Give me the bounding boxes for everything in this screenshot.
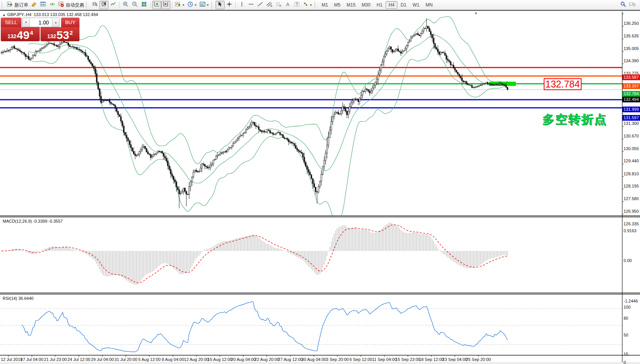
price-tick-130.055: 130.055	[624, 146, 639, 151]
chart-shift-marker[interactable]: ▼	[474, 11, 478, 15]
volume-spinner: ▼ ▲	[22, 18, 60, 27]
date-label: 11 Sep 04:00	[372, 357, 397, 362]
one-click-trading-panel: SELL ▼ ▲ BUY 132 49 4 132 53 2	[1, 18, 79, 41]
price-tick-128.810: 128.810	[624, 171, 639, 176]
date-label: 17 Jul 04:00	[21, 357, 44, 362]
buy-price-sup: 2	[70, 29, 73, 36]
volume-increase-button[interactable]: ▲	[52, 18, 59, 27]
rsi-tick-50: 50	[624, 333, 628, 337]
symbol-name: GBPJPY-,H4	[7, 12, 31, 17]
date-label: 30 Aug 04:00	[301, 357, 326, 362]
price-tick-127.580: 127.580	[624, 196, 639, 201]
rsi-indicator-label: RSI(14) 36.6440	[3, 296, 34, 301]
date-label: 15 Aug 12:00	[207, 357, 232, 362]
rsi-tick-0: 0	[624, 360, 626, 364]
ohlc-values: 133.013 133.035 132.458 132.494	[34, 12, 98, 17]
date-label: 25 Sep 20:00	[466, 357, 491, 362]
buy-price-prefix: 132	[47, 33, 56, 39]
sell-button[interactable]: SELL	[1, 18, 21, 27]
price-tick-129.440: 129.440	[624, 159, 639, 163]
symbol-info-line: ▲GBPJPY-,H4 133.013 133.035 132.458 132.…	[2, 12, 98, 17]
macd-indicator-label: MACD(12,26,9) -0.3399 -0.3557	[3, 219, 63, 223]
candles	[1, 18, 508, 208]
sell-price-sup: 4	[30, 29, 33, 36]
date-label: 18 Sep 12:00	[419, 357, 444, 362]
buy-price-big: 53	[57, 30, 69, 40]
macd-tick-0.00: 0.00	[624, 258, 632, 263]
date-label: 24 Jul 12:00	[68, 357, 91, 362]
price-tick-134.390: 134.390	[624, 58, 639, 63]
price-tick-136.250: 136.250	[624, 21, 639, 26]
panel-collapse-arrow[interactable]: ▲	[2, 13, 6, 17]
bollinger-upper-band	[29, 16, 508, 164]
chart-canvas[interactable]	[0, 1, 640, 364]
rsi-tick-80: 80	[624, 316, 628, 320]
rsi-layer	[0, 302, 622, 352]
main-chart-layer	[0, 16, 622, 222]
price-tick-130.670: 130.670	[624, 134, 639, 138]
date-label: 21 Jul 23:00	[44, 357, 67, 362]
date-label: 31 Jul 20:00	[115, 357, 138, 362]
price-tick-128.195: 128.195	[624, 184, 639, 188]
rsi-tick-15: 15	[624, 352, 628, 356]
price-tick-135.005: 135.005	[624, 46, 639, 51]
buy-price-button[interactable]: 132 53 2	[41, 27, 79, 41]
macd-signal-line	[2, 225, 507, 283]
macd-tick--1.2446: -1.2446	[624, 299, 638, 303]
price-tick-126.335: 126.335	[624, 222, 639, 226]
date-label: 5 Aug 12:00	[138, 357, 161, 362]
date-label: 20 Aug 04:00	[231, 357, 256, 362]
price-flag-133.167[interactable]: 133.167	[622, 83, 640, 89]
price-flag-131.999[interactable]: 131.999	[622, 107, 640, 112]
sell-price-big: 49	[17, 30, 29, 40]
date-label: 12 Aug 20:00	[184, 357, 209, 362]
date-label: 3 Sep 20:00	[326, 357, 348, 362]
date-label: 6 Sep 12:00	[350, 357, 372, 362]
macd-tick-0.9163: 0.9163	[624, 228, 637, 233]
price-flag-133.587[interactable]: 133.587	[622, 74, 640, 80]
price-flag-132.784[interactable]: 132.784	[622, 91, 640, 97]
mt4-window: 新订单 自动交易 ▼ ▼ ▼	[0, 0, 640, 364]
bottom-strip	[0, 362, 640, 364]
current-price-flag: 132.494	[622, 97, 640, 102]
date-label: 23 Sep 04:00	[442, 357, 467, 362]
date-label: 22 Aug 20:00	[254, 357, 279, 362]
price-tick-126.950: 126.950	[624, 209, 639, 214]
volume-input[interactable]	[30, 18, 52, 27]
price-tick-135.635: 135.635	[624, 34, 639, 38]
volume-decrease-button[interactable]: ▼	[23, 18, 30, 27]
sell-price-prefix: 132	[7, 33, 16, 39]
date-label: 12 Jul 2019	[1, 357, 23, 362]
date-label: 15 Sep 23:00	[395, 357, 420, 362]
buy-button[interactable]: BUY	[61, 18, 79, 27]
bollinger-middle-band	[29, 35, 508, 183]
macd-layer	[2, 222, 507, 285]
bollinger-lower-band	[29, 47, 508, 222]
price-flag-131.597[interactable]: 131.597	[622, 115, 640, 121]
price-annotation-box[interactable]: 132.784	[544, 78, 582, 90]
rsi-line	[21, 302, 507, 352]
price-tick-131.300: 131.300	[624, 121, 639, 126]
rsi-tick-100: 100	[624, 305, 630, 309]
date-label: 8 Aug 04:00	[162, 357, 184, 362]
sell-price-button[interactable]: 132 49 4	[1, 27, 40, 41]
date-label: 27 Aug 12:00	[278, 357, 303, 362]
chart-window: ▲GBPJPY-,H4 133.013 133.035 132.458 132.…	[0, 10, 640, 364]
chinese-annotation-text[interactable]: 多空转折点	[543, 112, 608, 128]
date-label: 29 Jul 04:00	[91, 357, 114, 362]
